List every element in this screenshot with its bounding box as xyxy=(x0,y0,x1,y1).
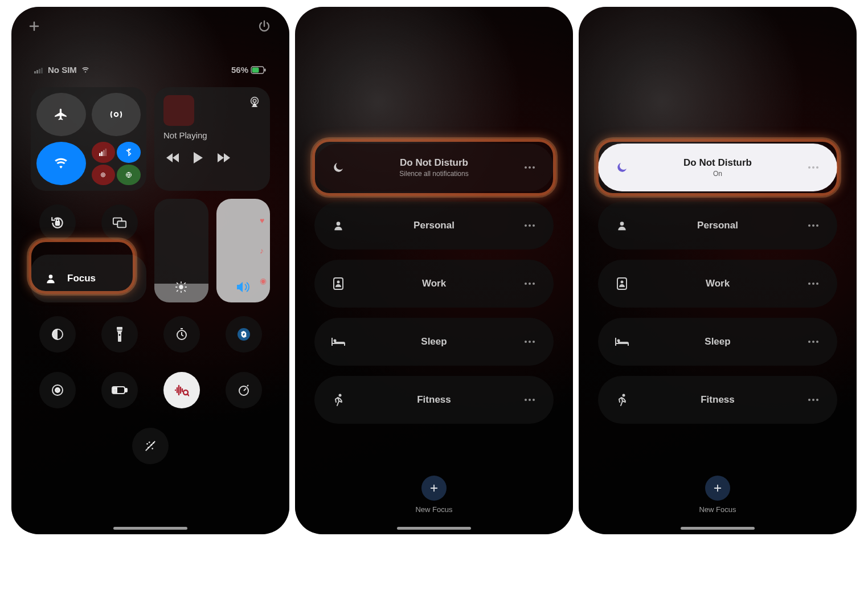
focus-mode-dnd[interactable]: Do Not Disturb Silence all notifications xyxy=(314,144,554,191)
svg-point-70 xyxy=(812,283,814,285)
home-indicator[interactable] xyxy=(397,527,471,530)
focus-mode-sleep[interactable]: Sleep xyxy=(314,318,554,366)
moon-icon xyxy=(613,161,631,174)
home-indicator[interactable] xyxy=(681,527,755,530)
timer-button[interactable] xyxy=(163,316,200,353)
svg-rect-0 xyxy=(34,71,36,73)
svg-point-28 xyxy=(55,388,60,392)
svg-point-38 xyxy=(152,448,153,449)
focus-label: Focus xyxy=(67,273,96,284)
hotspot-icon[interactable] xyxy=(92,165,116,186)
focus-mode-personal[interactable]: Personal xyxy=(598,202,837,249)
more-button[interactable] xyxy=(804,166,822,169)
dark-mode-button[interactable] xyxy=(39,316,76,353)
svg-rect-9 xyxy=(101,152,103,156)
speaker-icon xyxy=(236,281,251,293)
new-focus-button[interactable] xyxy=(421,476,447,501)
add-button[interactable] xyxy=(27,19,43,35)
svg-point-64 xyxy=(808,224,810,227)
bed-icon xyxy=(329,337,347,347)
wifi-toggle[interactable] xyxy=(36,142,86,185)
screen-record-button[interactable] xyxy=(39,372,76,408)
dnd-subtitle-on: On xyxy=(631,170,804,178)
more-button[interactable] xyxy=(521,282,539,285)
home-indicator[interactable] xyxy=(113,527,187,530)
now-playing-tile[interactable]: Not Playing xyxy=(154,87,270,191)
focus-mode-personal[interactable]: Personal xyxy=(314,202,554,249)
focus-mode-fitness[interactable]: Fitness xyxy=(598,376,837,424)
svg-rect-31 xyxy=(113,388,117,392)
svg-rect-23 xyxy=(117,327,122,330)
nearby-button[interactable] xyxy=(132,428,169,464)
svg-point-66 xyxy=(816,224,818,227)
airplane-mode-toggle[interactable] xyxy=(36,93,86,136)
svg-point-7 xyxy=(114,113,118,117)
volume-slider[interactable]: ♥ ♪ ◉ xyxy=(216,199,271,302)
more-button[interactable] xyxy=(521,224,539,227)
more-button[interactable] xyxy=(521,340,539,343)
connectivity-mini-cluster[interactable] xyxy=(92,142,141,185)
svg-point-13 xyxy=(101,173,105,177)
svg-point-58 xyxy=(529,399,531,401)
svg-point-75 xyxy=(816,341,818,343)
svg-rect-3 xyxy=(41,68,43,73)
forward-button[interactable] xyxy=(214,148,233,167)
focus-mode-dnd-active[interactable]: Do Not Disturb On xyxy=(598,144,837,191)
focus-button[interactable]: Focus xyxy=(31,255,146,302)
svg-point-72 xyxy=(617,339,620,342)
svg-point-52 xyxy=(334,339,337,342)
svg-point-15 xyxy=(253,99,256,103)
svg-point-59 xyxy=(533,399,535,401)
more-button[interactable] xyxy=(804,282,822,285)
power-button[interactable] xyxy=(257,19,273,35)
cellular-icon[interactable] xyxy=(92,142,116,163)
screenshot-focus-list-on: Do Not Disturb On Personal Work Sleep Fi… xyxy=(579,7,857,534)
low-power-button[interactable] xyxy=(101,372,138,408)
shazam-button[interactable] xyxy=(226,316,262,353)
more-button[interactable] xyxy=(804,224,822,227)
dnd-title: Do Not Disturb xyxy=(347,157,521,169)
svg-point-49 xyxy=(525,283,527,285)
svg-point-26 xyxy=(238,328,250,341)
dnd-subtitle: Silence all notifications xyxy=(347,170,521,178)
orientation-lock-button[interactable] xyxy=(39,204,76,241)
badge-icon xyxy=(613,277,631,290)
brightness-slider[interactable] xyxy=(154,199,208,302)
focus-mode-sleep[interactable]: Sleep xyxy=(598,318,837,366)
screen-mirroring-button[interactable] xyxy=(101,204,138,241)
svg-point-69 xyxy=(808,283,810,285)
focus-mode-fitness[interactable]: Fitness xyxy=(314,376,554,424)
flashlight-button[interactable] xyxy=(101,316,138,353)
heart-icon: ♥ xyxy=(260,216,267,225)
play-button[interactable] xyxy=(189,148,208,167)
svg-point-34 xyxy=(146,443,148,445)
svg-point-51 xyxy=(533,283,535,285)
connectivity-tile[interactable] xyxy=(31,87,146,191)
signal-icon: ◉ xyxy=(260,276,267,285)
more-button[interactable] xyxy=(804,340,822,343)
bluetooth-icon[interactable] xyxy=(117,142,141,163)
sun-icon xyxy=(175,281,187,293)
focus-mode-work[interactable]: Work xyxy=(598,260,837,308)
more-button[interactable] xyxy=(521,166,539,169)
svg-rect-6 xyxy=(264,68,266,71)
stopwatch-button[interactable] xyxy=(226,372,262,408)
sound-recognition-button[interactable] xyxy=(163,372,200,408)
vpn-icon[interactable] xyxy=(117,165,141,186)
new-focus-button[interactable] xyxy=(705,476,730,501)
svg-point-63 xyxy=(620,222,624,226)
airplay-icon[interactable] xyxy=(248,95,261,126)
more-button[interactable] xyxy=(804,398,822,402)
svg-rect-11 xyxy=(105,149,107,156)
person-icon xyxy=(42,270,59,287)
svg-point-35 xyxy=(149,441,150,443)
rewind-button[interactable] xyxy=(163,148,183,167)
more-button[interactable] xyxy=(521,398,539,402)
dnd-title: Do Not Disturb xyxy=(631,157,804,169)
screenshot-focus-list-off: Do Not Disturb Silence all notifications… xyxy=(295,7,573,534)
carrier-text: No SIM xyxy=(48,65,77,75)
airdrop-toggle[interactable] xyxy=(92,93,141,136)
svg-point-24 xyxy=(118,334,120,336)
focus-mode-work[interactable]: Work xyxy=(314,260,554,308)
music-icon: ♪ xyxy=(260,246,267,255)
